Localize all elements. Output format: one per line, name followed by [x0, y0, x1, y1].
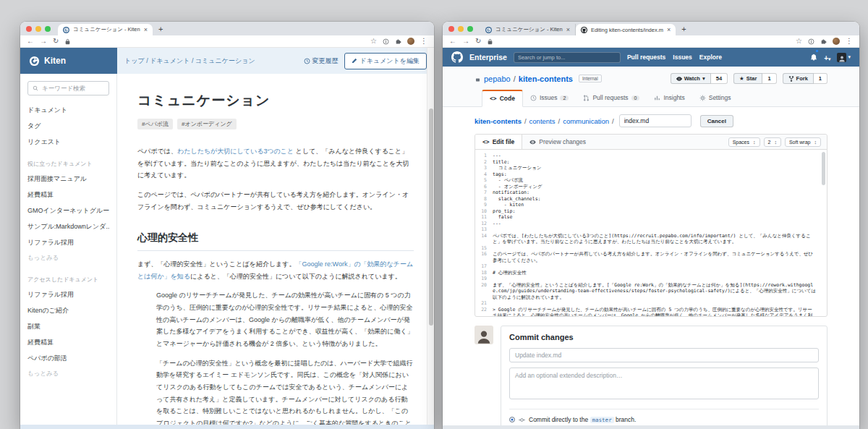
- keyword-search-box[interactable]: [27, 81, 109, 95]
- browser-profile-avatar[interactable]: [833, 38, 840, 45]
- github-search-input[interactable]: [518, 54, 616, 61]
- new-tab-button[interactable]: +: [158, 25, 163, 33]
- tag-pepabo[interactable]: #ペパボ流: [137, 119, 173, 129]
- nav-pull-requests[interactable]: Pull requests: [627, 54, 665, 61]
- repo-owner-link[interactable]: pepabo: [484, 75, 511, 83]
- zoom-window-button[interactable]: [45, 26, 51, 32]
- sidebar-nav-item[interactable]: リクエスト: [27, 137, 109, 147]
- watch-count[interactable]: 54: [711, 73, 728, 84]
- tab-close-icon[interactable]: ×: [566, 26, 570, 33]
- sidebar-nav-item[interactable]: タグ: [27, 122, 109, 131]
- new-tab-button[interactable]: +: [681, 25, 686, 33]
- star-count[interactable]: 1: [762, 73, 776, 84]
- sidebar-doc-link[interactable]: リファラル採用: [27, 238, 109, 247]
- close-window-button[interactable]: [448, 26, 454, 32]
- sidebar-doc-link[interactable]: サンプル:Markdownレンダ...: [27, 222, 109, 232]
- tab-edit-file[interactable]: <> Edit file: [475, 135, 522, 149]
- keyword-search-input[interactable]: [42, 85, 104, 92]
- extensions-icon[interactable]: [820, 38, 827, 45]
- history-link[interactable]: 変更履歴: [304, 56, 339, 66]
- caret-down-icon: ▾: [702, 75, 705, 82]
- nav-explore[interactable]: Explore: [699, 54, 722, 61]
- user-menu-button[interactable]: ▾: [837, 53, 851, 62]
- bookmark-star-icon[interactable]: ☆: [796, 38, 802, 45]
- minimize-window-button[interactable]: [35, 26, 41, 32]
- tag-onboarding[interactable]: #オンボーディング: [177, 119, 237, 129]
- create-new-button[interactable]: +▾: [824, 51, 830, 64]
- edit-document-button[interactable]: ドキュメントを編集: [344, 53, 427, 69]
- sidebar-doc-link[interactable]: Kitenのご紹介: [27, 306, 109, 315]
- browser-tab-github-editing[interactable]: Editing kiten-contents/index.m ×: [576, 24, 676, 35]
- tab-close-icon[interactable]: ×: [144, 26, 148, 33]
- accessed-docs-heading: アクセスしたドキュメント: [27, 276, 109, 284]
- forward-icon[interactable]: →: [40, 38, 47, 45]
- page-scrollbar[interactable]: [427, 48, 434, 429]
- commit-message-input[interactable]: [509, 348, 819, 362]
- kiten-logo[interactable]: Kiten: [20, 48, 117, 74]
- sidebar-doc-link[interactable]: 副業: [27, 322, 109, 331]
- sidebar-doc-link[interactable]: 経費精算: [27, 338, 109, 347]
- star-button[interactable]: ★ Star: [733, 73, 762, 84]
- watch-button[interactable]: Watch ▾: [671, 73, 711, 84]
- commit-description-textarea[interactable]: [509, 368, 819, 399]
- notifications-button[interactable]: [810, 51, 817, 64]
- tab-issues[interactable]: Issues 2: [523, 90, 576, 106]
- browser-menu-icon[interactable]: ⋮: [420, 38, 427, 45]
- sidebar-nav-item[interactable]: ドキュメント: [27, 106, 109, 115]
- github-search-box[interactable]: [514, 52, 621, 63]
- sidebar-doc-link[interactable]: リファラル採用: [27, 290, 109, 300]
- indent-size-select[interactable]: 2 ↕: [764, 137, 781, 147]
- helpful-more-link[interactable]: もっとみる: [27, 254, 109, 263]
- crumb-communication-link[interactable]: communication: [563, 117, 609, 125]
- reload-icon[interactable]: ↻: [53, 38, 59, 45]
- reload-icon[interactable]: ↻: [475, 38, 481, 45]
- forward-icon[interactable]: →: [462, 38, 469, 45]
- browser-tab-kiten[interactable]: コミュニケーション - Kiten ×: [480, 24, 576, 35]
- tab-pull-requests[interactable]: Pull requests 0: [576, 90, 647, 106]
- cancel-edit-button[interactable]: Cancel: [700, 115, 733, 127]
- traffic-lights[interactable]: [26, 26, 51, 32]
- minimize-window-button[interactable]: [458, 26, 464, 32]
- filename-input[interactable]: [619, 114, 692, 127]
- breadcrumb[interactable]: トップ / ドキュメント / コミュニケーション: [124, 56, 298, 66]
- github-logo-icon[interactable]: [451, 51, 463, 63]
- tab-preview-changes[interactable]: Preview changes: [522, 135, 593, 149]
- accessed-more-link[interactable]: もっとみる: [27, 370, 109, 378]
- fork-count[interactable]: 1: [814, 73, 827, 84]
- tab-code[interactable]: <> Code: [482, 90, 523, 107]
- indent-mode-select[interactable]: Spaces ↕: [728, 137, 760, 147]
- crumb-repo-link[interactable]: kiten-contents: [475, 117, 522, 125]
- browser-menu-icon[interactable]: ⋮: [846, 38, 853, 45]
- three-important-things-link[interactable]: わたしたちが大切にしている3つのこと: [177, 148, 294, 155]
- browser-profile-avatar[interactable]: [407, 38, 414, 45]
- close-window-button[interactable]: [26, 26, 32, 32]
- sidebar-doc-link[interactable]: 経費精算: [27, 190, 109, 200]
- code-editor[interactable]: 1 --- 2 title: 3 コミュニケーション: [475, 150, 827, 316]
- sidebar-doc-link[interactable]: 採用面接マニュアル: [27, 174, 109, 184]
- enterprise-label[interactable]: Enterprise: [469, 53, 507, 61]
- zoom-window-button[interactable]: [467, 26, 473, 32]
- back-icon[interactable]: ←: [27, 38, 34, 45]
- info-icon[interactable]: [808, 38, 814, 45]
- traffic-lights[interactable]: [448, 26, 473, 32]
- crumb-contents-link[interactable]: contents: [529, 117, 556, 125]
- commit-section: Commit changes Commit directly to the ma…: [475, 326, 827, 429]
- back-icon[interactable]: ←: [449, 38, 456, 45]
- sidebar-doc-link[interactable]: GMOインターネットグルー...: [27, 206, 109, 216]
- sidebar-doc-link[interactable]: ペパボの部活: [27, 354, 109, 363]
- editor-scrollbar-thumb[interactable]: [822, 152, 825, 185]
- nav-issues[interactable]: Issues: [673, 54, 692, 61]
- info-icon[interactable]: [383, 38, 389, 45]
- tab-settings[interactable]: Settings: [692, 90, 739, 106]
- bookmark-star-icon[interactable]: ☆: [370, 38, 377, 45]
- wrap-mode-select[interactable]: Soft wrap ↕: [785, 137, 821, 147]
- commit-direct-option[interactable]: Commit directly to the master branch.: [509, 416, 819, 423]
- tab-close-icon[interactable]: ×: [667, 26, 671, 33]
- repo-name-link[interactable]: kiten-contents: [519, 75, 573, 83]
- scrollbar-thumb[interactable]: [429, 109, 433, 326]
- tab-insights[interactable]: Insights: [647, 90, 692, 106]
- browser-tab-kiten[interactable]: コミュニケーション - Kiten ×: [58, 24, 153, 35]
- radio-selected[interactable]: [509, 417, 515, 422]
- fork-button[interactable]: Fork: [783, 73, 814, 84]
- extensions-icon[interactable]: [395, 38, 401, 45]
